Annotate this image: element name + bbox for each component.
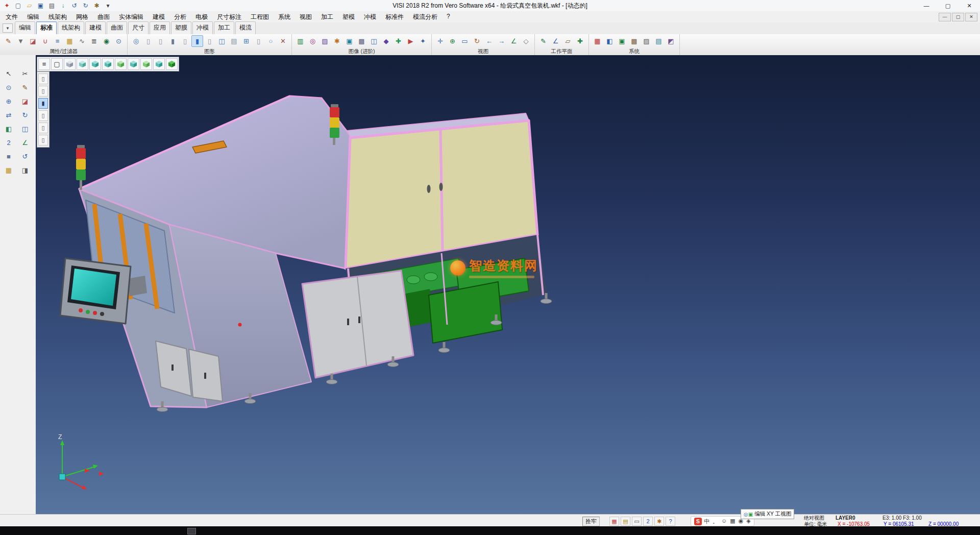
menu-item-17[interactable]: 标准件 — [381, 11, 408, 23]
tab-尺寸[interactable]: 尺寸 — [128, 21, 149, 34]
ime-keyboard-icon[interactable]: ▦ — [730, 518, 735, 525]
shaded-display-icon[interactable]: ▮ — [191, 35, 203, 47]
select-icon[interactable]: ↖ — [3, 68, 15, 79]
workplane-icon[interactable]: ▱ — [562, 35, 574, 47]
ime-mode-icon[interactable]: 中 — [704, 518, 709, 525]
menu-item-16[interactable]: 冲模 — [359, 11, 381, 23]
two-point-icon[interactable]: 2 — [3, 137, 15, 148]
clipboard-slot-icon-2[interactable]: ▯ — [38, 86, 48, 96]
display-mode-icon-2[interactable]: ▯ — [155, 35, 166, 47]
previous-view-icon[interactable]: ← — [483, 35, 495, 47]
view-cube-back-icon[interactable] — [102, 58, 114, 70]
display-mode-icon-3[interactable]: ▮ — [167, 35, 179, 47]
mouse-settings-icon[interactable]: ▭ — [632, 517, 642, 526]
close-button[interactable]: ✕ — [959, 0, 980, 11]
tab-加工[interactable]: 加工 — [214, 21, 234, 34]
visibility-icon[interactable]: ◉ — [101, 35, 112, 47]
view-cube-iso-icon[interactable] — [77, 58, 88, 70]
reflection-icon[interactable]: ◫ — [368, 35, 380, 47]
view-cube-left-icon[interactable] — [115, 58, 127, 70]
display-settings-icon[interactable]: ▤ — [228, 35, 240, 47]
menu-item-13[interactable]: 视图 — [295, 11, 316, 23]
angle-measure-icon[interactable]: ∠ — [19, 137, 31, 148]
undo-icon[interactable]: ↺ — [69, 1, 80, 11]
scissors-icon[interactable]: ✂ — [19, 68, 31, 79]
axis-origin-icon[interactable]: ⊕ — [3, 96, 15, 107]
options-icon[interactable]: ✱ — [91, 1, 102, 11]
workplane-edit-icon[interactable]: ✎ — [537, 35, 549, 47]
more-commands-icon[interactable]: ▾ — [103, 1, 113, 11]
workplane-new-icon[interactable]: ✚ — [574, 35, 586, 47]
display-mode-icon-6[interactable]: ▯ — [253, 35, 264, 47]
duplicate-icon[interactable]: ◨ — [19, 165, 31, 176]
tab-编辑[interactable]: 编辑 — [15, 21, 35, 34]
zoom-view-icon[interactable]: ⊕ — [447, 35, 458, 47]
linetype-icon[interactable]: ∿ — [76, 35, 88, 47]
system-monitor-icon[interactable]: ▣ — [616, 35, 628, 47]
menu-item-15[interactable]: 塑模 — [338, 11, 359, 23]
advanced-render-icon[interactable]: ✦ — [417, 35, 429, 47]
add-image-icon[interactable]: ✚ — [393, 35, 404, 47]
view-options-icon[interactable]: ◇ — [520, 35, 532, 47]
tab-模流[interactable]: 模流 — [235, 21, 256, 34]
child-close-button[interactable]: ✕ — [965, 13, 977, 21]
pencil-icon[interactable]: ✎ — [19, 82, 31, 93]
pan-view-icon[interactable]: ✛ — [434, 35, 446, 47]
save-icon[interactable]: ▣ — [35, 1, 46, 11]
snapshot-icon[interactable]: ◎ — [307, 35, 318, 47]
view-list-icon[interactable]: ≡ — [38, 58, 50, 70]
menu-item-14[interactable]: 加工 — [316, 11, 338, 23]
clipboard-slot-icon-3[interactable]: ▮ — [38, 98, 48, 109]
cursor-2d-icon[interactable]: 2 — [643, 517, 653, 526]
view-mode-label[interactable]: 绝对视图 — [804, 515, 836, 521]
tab-冲模[interactable]: 冲模 — [192, 21, 213, 34]
color-filter-icon[interactable]: ▦ — [64, 35, 76, 47]
display-mode-icon-5[interactable]: ▯ — [204, 35, 215, 47]
rotate-view-icon[interactable]: ↻ — [471, 35, 483, 47]
snap-lock-button[interactable]: 拴牢 — [582, 517, 600, 526]
viewport-3d[interactable]: ≡▢ ▯▯▮▯▯▯ 智造资料网 Z — [36, 55, 980, 514]
snap-grid-icon[interactable]: ▦ — [609, 517, 619, 526]
view-cube-bottom-icon[interactable] — [140, 58, 152, 70]
lineweight-icon[interactable]: ≣ — [88, 35, 100, 47]
undo-history-icon[interactable]: ↺ — [19, 151, 31, 162]
system-window-icon[interactable]: ◧ — [604, 35, 616, 47]
tab-线架构[interactable]: 线架构 — [58, 21, 84, 34]
child-minimize-button[interactable]: — — [939, 13, 951, 21]
tab-overflow-button[interactable]: ▼ — [3, 23, 13, 33]
system-hatch-icon[interactable]: ▩ — [628, 35, 640, 47]
attribute-magnet-icon[interactable]: ∪ — [39, 35, 51, 47]
visi-logo[interactable]: ✦ — [2, 1, 12, 11]
system-table-icon[interactable]: ▤ — [653, 35, 665, 47]
view-cube-top-icon[interactable] — [64, 58, 76, 70]
import-icon[interactable]: ↓ — [58, 1, 68, 11]
mirror-icon[interactable]: ◫ — [19, 124, 31, 134]
ime-punctuation-icon[interactable]: 。 — [713, 518, 718, 525]
clipboard-slot-icon-4[interactable]: ▯ — [38, 110, 48, 121]
windows-taskbar[interactable] — [0, 526, 980, 535]
selection-filter-icon[interactable]: ⊙ — [113, 35, 125, 47]
ime-logo[interactable]: S — [694, 518, 702, 525]
translate-icon[interactable]: ⇄ — [3, 110, 15, 120]
lighting-icon[interactable]: ✱ — [331, 35, 343, 47]
attribute-filter-icon[interactable]: ▼ — [15, 35, 27, 47]
surface-patch-icon[interactable]: ◧ — [3, 124, 15, 134]
ime-emoji-icon[interactable]: ☺ — [721, 518, 727, 525]
clipboard-slot-icon-6[interactable]: ▯ — [38, 135, 48, 145]
new-document-icon[interactable]: ▢ — [13, 1, 23, 11]
tab-曲面[interactable]: 曲面 — [107, 21, 127, 34]
view-plane-icon[interactable]: ▢ — [51, 58, 63, 70]
system-settings-icon[interactable]: ✱ — [654, 517, 664, 526]
view-cube-shaded-icon[interactable] — [166, 58, 178, 70]
minimize-button[interactable]: — — [916, 0, 937, 11]
child-restore-button[interactable]: ▢ — [952, 13, 964, 21]
shadow-icon[interactable]: ▩ — [356, 35, 368, 47]
texture-icon[interactable]: ▨ — [319, 35, 331, 47]
attribute-eraser-icon[interactable]: ◪ — [27, 35, 39, 47]
view-cube-right-icon[interactable] — [128, 58, 139, 70]
clipboard-slot-icon-1[interactable]: ▯ — [38, 74, 48, 84]
clear-display-icon[interactable]: ✕ — [277, 35, 289, 47]
attribute-pen-icon[interactable]: ✎ — [3, 35, 14, 47]
workplane-overlay[interactable]: ◎▣ 编辑 XY 工视图 — [741, 509, 794, 519]
maximize-button[interactable]: ▢ — [937, 0, 959, 11]
